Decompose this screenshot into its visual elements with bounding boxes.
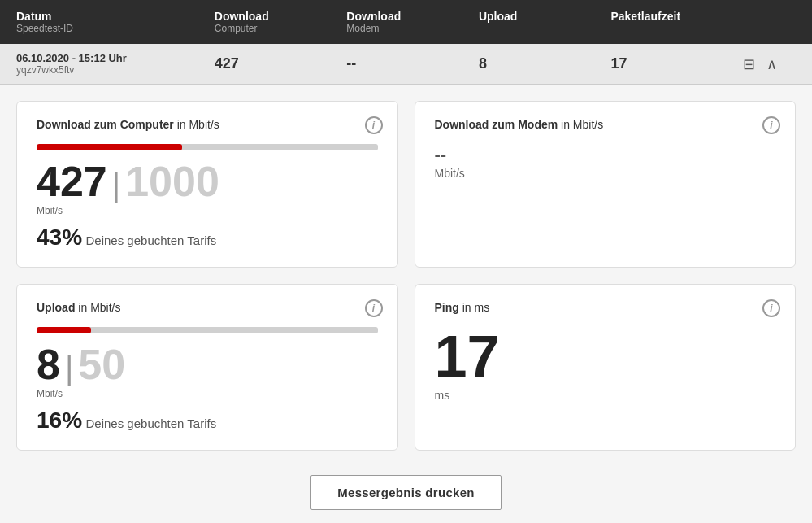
header-upload-main: Upload bbox=[479, 10, 611, 23]
data-col-download-computer: 427 bbox=[215, 55, 347, 72]
download-modem-value: -- bbox=[346, 55, 356, 72]
header-download-computer-sub: Computer bbox=[215, 23, 347, 34]
header-datum-label: Datum bbox=[16, 10, 215, 23]
upload-number-row: 8 | 50 bbox=[37, 343, 378, 386]
header-col-download-modem: Download Modem bbox=[346, 10, 479, 34]
cards-grid: Download zum Computer in Mbit/s i 427 | … bbox=[0, 85, 812, 467]
ping-info-icon[interactable]: i bbox=[762, 299, 780, 317]
upload-big-number: 8 bbox=[37, 343, 60, 386]
print-button[interactable]: Messergebnis drucken bbox=[310, 475, 502, 510]
header-download-computer-main: Download bbox=[215, 10, 347, 23]
header-paketlaufzeit-main: Paketlaufzeit bbox=[610, 10, 743, 23]
card-upload-title-strong: Upload bbox=[37, 301, 75, 314]
download-computer-unit-label: Mbit/s bbox=[37, 205, 378, 216]
card-download-modem-title: Download zum Modem in Mbit/s bbox=[435, 118, 776, 131]
speedtest-id-text: yqzv7wkx5ftv bbox=[16, 64, 215, 76]
table-header: Datum Speedtest-ID Download Computer Dow… bbox=[0, 0, 812, 44]
card-upload-title-unit: in Mbit/s bbox=[75, 301, 120, 314]
date-text: 06.10.2020 - 15:12 Uhr bbox=[16, 52, 215, 64]
upload-value: 8 bbox=[479, 55, 487, 72]
header-download-modem-main: Download bbox=[346, 10, 479, 23]
upload-percentage-row: 16% Deines gebuchten Tarifs bbox=[37, 408, 378, 434]
card-download-computer: Download zum Computer in Mbit/s i 427 | … bbox=[16, 101, 398, 268]
upload-max-number: 50 bbox=[78, 343, 125, 386]
header-speedtest-id-label: Speedtest-ID bbox=[16, 23, 215, 34]
expand-icon[interactable]: ∧ bbox=[766, 55, 777, 73]
header-col-actions bbox=[743, 10, 796, 34]
card-download-modem-title-unit: in Mbit/s bbox=[558, 118, 603, 131]
print-button-wrap: Messergebnis drucken bbox=[0, 467, 812, 523]
card-download-computer-title: Download zum Computer in Mbit/s bbox=[37, 118, 378, 131]
card-download-computer-title-strong: Download zum Computer bbox=[37, 118, 174, 131]
data-col-paketlaufzeit: 17 bbox=[610, 55, 743, 72]
data-col-date: 06.10.2020 - 15:12 Uhr yqzv7wkx5ftv bbox=[16, 52, 215, 76]
download-computer-pct: 43% bbox=[37, 224, 82, 250]
card-upload: Upload in Mbit/s i 8 | 50 Mbit/s 16% Dei… bbox=[16, 284, 398, 451]
header-col-paketlaufzeit: Paketlaufzeit bbox=[610, 10, 743, 34]
download-modem-unit: Mbit/s bbox=[435, 167, 776, 180]
card-ping-title-unit: in ms bbox=[459, 301, 489, 314]
card-download-modem: Download zum Modem in Mbit/s i -- Mbit/s bbox=[415, 101, 797, 268]
download-computer-separator: | bbox=[112, 167, 120, 203]
data-col-upload: 8 bbox=[479, 55, 611, 72]
header-download-modem-sub: Modem bbox=[346, 23, 479, 34]
download-computer-progress-bar-wrap bbox=[37, 144, 378, 150]
card-ping-title: Ping in ms bbox=[435, 301, 776, 314]
card-download-modem-title-strong: Download zum Modem bbox=[435, 118, 558, 131]
card-ping: Ping in ms i 17 ms bbox=[415, 284, 797, 451]
header-col-download-computer: Download Computer bbox=[215, 10, 347, 34]
upload-separator: | bbox=[65, 350, 73, 386]
download-computer-number-row: 427 | 1000 bbox=[37, 160, 378, 203]
data-col-download-modem: -- bbox=[346, 55, 479, 72]
upload-pct-desc: Deines gebuchten Tarifs bbox=[86, 416, 217, 430]
ping-big-number: 17 bbox=[435, 327, 776, 386]
ping-unit-label: ms bbox=[435, 389, 776, 402]
download-computer-value: 427 bbox=[215, 55, 239, 72]
card-download-computer-title-unit: in Mbit/s bbox=[174, 118, 219, 131]
upload-progress-bar-fill bbox=[37, 327, 91, 333]
upload-unit-label: Mbit/s bbox=[37, 388, 378, 399]
upload-info-icon[interactable]: i bbox=[365, 299, 383, 317]
download-computer-percentage-row: 43% Deines gebuchten Tarifs bbox=[37, 224, 378, 251]
download-computer-max-number: 1000 bbox=[125, 160, 219, 203]
upload-progress-bar-wrap bbox=[37, 327, 378, 333]
download-computer-progress-bar-fill bbox=[37, 144, 182, 150]
data-row: 06.10.2020 - 15:12 Uhr yqzv7wkx5ftv 427 … bbox=[0, 44, 812, 85]
paketlaufzeit-value: 17 bbox=[610, 55, 627, 72]
download-computer-info-icon[interactable]: i bbox=[365, 116, 383, 134]
download-computer-big-number: 427 bbox=[37, 160, 107, 203]
header-col-upload: Upload bbox=[479, 10, 611, 34]
upload-pct: 16% bbox=[37, 408, 82, 433]
download-computer-pct-desc: Deines gebuchten Tarifs bbox=[86, 233, 217, 247]
delete-icon[interactable]: ⊟ bbox=[743, 55, 755, 73]
header-col-datum: Datum Speedtest-ID bbox=[16, 10, 215, 34]
card-upload-title: Upload in Mbit/s bbox=[37, 301, 378, 314]
card-ping-title-strong: Ping bbox=[435, 301, 459, 314]
download-modem-info-icon[interactable]: i bbox=[762, 116, 780, 134]
data-row-actions: ⊟ ∧ bbox=[743, 55, 796, 73]
download-modem-dash: -- bbox=[435, 144, 776, 165]
